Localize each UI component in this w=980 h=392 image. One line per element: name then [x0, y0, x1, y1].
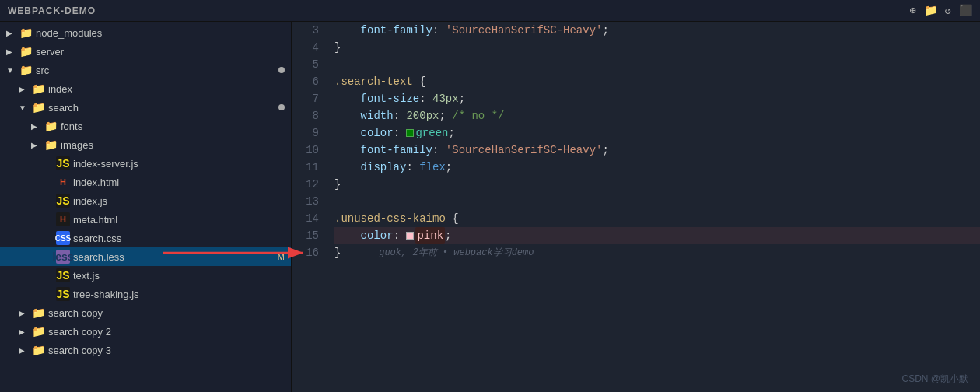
line-num-3: 3: [292, 22, 319, 39]
code-line-4: }: [334, 39, 980, 56]
folder-icon: 📁: [19, 26, 33, 40]
folder-icon: 📁: [31, 343, 45, 357]
sidebar-item-search-less[interactable]: less search.less M: [0, 247, 291, 266]
code-line-9: color: green;: [334, 124, 980, 142]
css-icon: CSS: [56, 231, 70, 245]
file-explorer: ▶ 📁 node_modules ▶ 📁 server ▼ 📁 src ▶ 📁 …: [0, 22, 292, 392]
line-num-6: 6: [292, 73, 319, 90]
new-file-icon[interactable]: ⊕: [909, 4, 915, 17]
code-line-14: .unused-css-kaimo {: [334, 210, 980, 227]
code-line-3: font-family: 'SourceHanSerifSC-Heavy';: [334, 22, 980, 39]
sidebar-item-label: server: [36, 46, 285, 58]
line-num-5: 5: [292, 56, 319, 73]
line-num-15: 15: [292, 227, 319, 244]
sidebar-item-search-folder[interactable]: ▼ 📁 search: [0, 98, 291, 117]
code-line-10: font-family: 'SourceHanSerifSC-Heavy';: [334, 142, 980, 159]
line-num-7: 7: [292, 90, 319, 107]
folder-icon: 📁: [44, 138, 58, 152]
sidebar-item-label: search.css: [73, 233, 285, 244]
line-numbers: 3 4 5 6 7 8 9 10 11 12 13 14 15 16: [292, 22, 327, 392]
line-num-8: 8: [292, 107, 319, 124]
sidebar-item-index-js[interactable]: JS index.js: [0, 191, 291, 210]
sidebar-item-images[interactable]: ▶ 📁 images: [0, 135, 291, 154]
sidebar-item-text-js[interactable]: JS text.js: [0, 266, 291, 285]
folder-icon: 📁: [44, 119, 58, 133]
titlebar: WEBPACK-DEMO ⊕ 📁 ↺ ⬛: [0, 0, 980, 22]
arrow-icon: ▶: [31, 122, 44, 131]
arrow-icon: ▼: [6, 66, 19, 75]
line-num-9: 9: [292, 124, 319, 142]
code-content: font-family: 'SourceHanSerifSC-Heavy'; }…: [327, 22, 980, 392]
color-swatch-green: [406, 129, 414, 137]
html-icon: H: [56, 175, 70, 189]
arrow-icon: ▶: [6, 29, 19, 37]
sidebar-item-src[interactable]: ▼ 📁 src: [0, 61, 291, 79]
code-line-8: width: 200px; /* no */: [334, 107, 980, 124]
refresh-icon[interactable]: ↺: [945, 4, 951, 17]
arrow-icon: ▶: [31, 141, 44, 149]
folder-icon: 📁: [31, 306, 45, 320]
js-icon: JS: [56, 268, 70, 282]
arrow-icon: ▶: [19, 327, 31, 336]
code-line-11: display: flex;: [334, 159, 980, 176]
main-layout: ▶ 📁 node_modules ▶ 📁 server ▼ 📁 src ▶ 📁 …: [0, 22, 980, 392]
sidebar-item-label: index.html: [73, 177, 285, 188]
modified-badge: [278, 104, 285, 110]
blame-text: guok, 2年前 • webpack学习demo: [341, 244, 534, 261]
line-num-16: 16: [292, 244, 319, 261]
sidebar-item-index-server-js[interactable]: JS index-server.js: [0, 154, 291, 173]
folder-icon: 📁: [31, 82, 45, 96]
sidebar-item-node-modules[interactable]: ▶ 📁 node_modules: [0, 23, 291, 42]
less-icon: less: [56, 250, 70, 264]
sidebar-item-meta-html[interactable]: H meta.html: [0, 210, 291, 229]
line-num-4: 4: [292, 39, 319, 56]
sidebar-item-search-copy[interactable]: ▶ 📁 search copy: [0, 303, 291, 322]
sidebar-item-search-copy-3[interactable]: ▶ 📁 search copy 3: [0, 341, 291, 359]
sidebar-item-server[interactable]: ▶ 📁 server: [0, 42, 291, 61]
code-area: 3 4 5 6 7 8 9 10 11 12 13 14 15 16 font-…: [292, 22, 980, 392]
code-line-13: [334, 193, 980, 210]
code-line-6: .search-text {: [334, 73, 980, 90]
app-title: WEBPACK-DEMO: [8, 5, 96, 16]
js-icon: JS: [56, 194, 70, 208]
sidebar-item-label: src: [36, 65, 278, 76]
html-icon: H: [56, 212, 70, 226]
sidebar-item-search-css[interactable]: CSS search.css: [0, 229, 291, 247]
sidebar-item-search-copy-2[interactable]: ▶ 📁 search copy 2: [0, 322, 291, 341]
sidebar-item-index-html[interactable]: H index.html: [0, 173, 291, 191]
sidebar-item-label: fonts: [61, 121, 285, 132]
js-icon: JS: [56, 156, 70, 170]
color-swatch-pink: [406, 232, 414, 240]
new-folder-icon[interactable]: 📁: [924, 4, 937, 17]
sidebar-item-label: node_modules: [36, 27, 285, 39]
folder-icon: 📁: [31, 100, 45, 114]
sidebar-item-label: search: [48, 102, 278, 114]
sidebar-item-label: search copy 3: [48, 345, 285, 356]
pink-highlight: pink: [415, 227, 445, 244]
sidebar-item-label: tree-shaking.js: [73, 289, 285, 300]
collapse-icon[interactable]: ⬛: [959, 4, 972, 17]
folder-icon: 📁: [31, 324, 45, 338]
arrow-icon: ▶: [19, 309, 31, 317]
sidebar-item-label: search copy 2: [48, 326, 285, 338]
code-line-5: [334, 56, 980, 73]
line-num-11: 11: [292, 159, 319, 176]
sidebar-item-label: images: [61, 139, 285, 151]
sidebar-item-label: index.js: [73, 195, 285, 207]
sidebar-item-index[interactable]: ▶ 📁 index: [0, 79, 291, 98]
arrow-icon: ▶: [19, 85, 31, 93]
arrow-icon: ▼: [19, 103, 31, 112]
titlebar-icons: ⊕ 📁 ↺ ⬛: [909, 4, 972, 17]
sidebar-item-fonts[interactable]: ▶ 📁 fonts: [0, 117, 291, 135]
folder-src-icon: 📁: [19, 63, 33, 77]
sidebar-item-tree-shaking-js[interactable]: JS tree-shaking.js: [0, 285, 291, 303]
sidebar-item-label: index: [48, 83, 285, 95]
folder-icon: 📁: [19, 44, 33, 58]
arrow-icon: ▶: [19, 346, 31, 355]
code-editor: 3 4 5 6 7 8 9 10 11 12 13 14 15 16 font-…: [292, 22, 980, 392]
sidebar-item-label: search copy: [48, 307, 285, 319]
sidebar-item-label: text.js: [73, 270, 285, 282]
code-line-15: color: pink;: [334, 227, 980, 244]
sidebar-item-label: index-server.js: [73, 158, 285, 170]
sidebar-item-label: search.less: [73, 251, 278, 263]
